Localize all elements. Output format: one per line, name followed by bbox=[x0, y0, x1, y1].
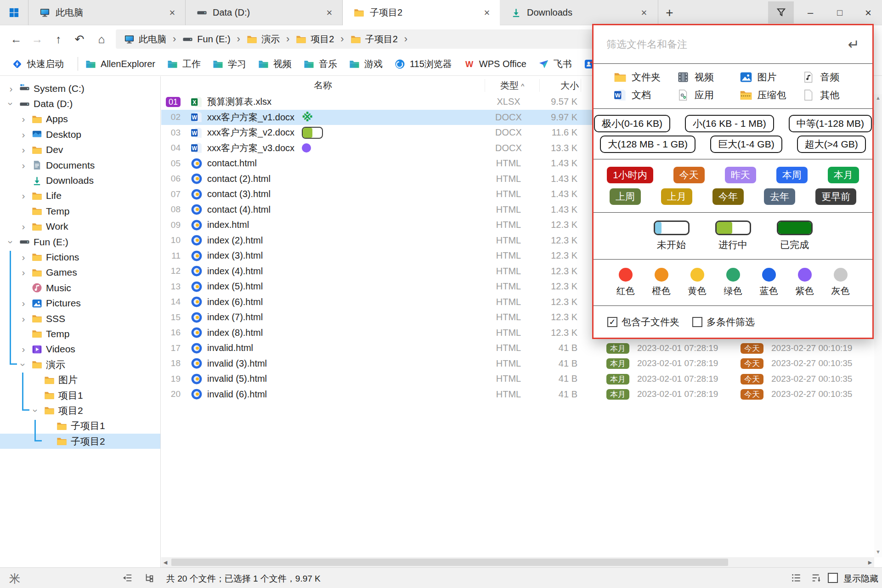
chevron-down-icon[interactable] bbox=[6, 99, 17, 108]
launch-115-browser[interactable]: 115浏览器 bbox=[395, 58, 452, 70]
vertical-scrollbar[interactable] bbox=[874, 94, 882, 557]
maximize-button[interactable] bbox=[827, 0, 853, 25]
color-filter-blue[interactable]: 蓝色 bbox=[760, 268, 778, 297]
tree-item-temp[interactable]: Temp bbox=[0, 204, 160, 219]
tab-close-icon[interactable] bbox=[481, 7, 492, 19]
chevron-right-icon[interactable] bbox=[19, 129, 28, 140]
undo-button[interactable] bbox=[70, 26, 89, 52]
scroll-down-icon[interactable] bbox=[874, 549, 882, 556]
tree-item-temp2[interactable]: Temp bbox=[0, 326, 160, 341]
chevron-right-icon[interactable] bbox=[6, 83, 16, 94]
file-row[interactable]: 17invalid.htmlHTML41 B本月2023-02-01 07:28… bbox=[161, 340, 882, 356]
tree-item-games[interactable]: Games bbox=[0, 265, 160, 280]
tree-item-yanshi[interactable]: 演示 bbox=[0, 357, 160, 372]
filter-toggle-button[interactable] bbox=[768, 1, 794, 23]
size-filter-giant[interactable]: 超大(>4 GB) bbox=[797, 136, 866, 153]
forward-button[interactable] bbox=[28, 26, 47, 52]
time-filter-today[interactable]: 今天 bbox=[673, 167, 705, 183]
chevron-down-icon[interactable] bbox=[18, 360, 29, 369]
tree-item-music[interactable]: Music bbox=[0, 280, 160, 295]
breadcrumb-item[interactable]: 项目2 bbox=[294, 33, 336, 45]
tab-close-icon[interactable] bbox=[639, 7, 650, 19]
chevron-right-icon[interactable] bbox=[19, 267, 28, 278]
tab-data-d[interactable]: Data (D:) bbox=[186, 0, 343, 25]
time-filter-last-month[interactable]: 上月 bbox=[661, 188, 692, 205]
tree-item-fictions[interactable]: Fictions bbox=[0, 249, 160, 265]
filter-type-document[interactable]: 文档 bbox=[607, 89, 670, 102]
time-filter-last-year[interactable]: 去年 bbox=[764, 188, 795, 205]
launch-games[interactable]: 游戏 bbox=[349, 58, 383, 70]
size-filter-small[interactable]: 小(16 KB - 1 MB) bbox=[685, 115, 774, 132]
color-filter-green[interactable]: 绿色 bbox=[724, 268, 742, 297]
tree-view-icon[interactable] bbox=[144, 573, 154, 583]
chevron-right-icon[interactable] bbox=[19, 252, 28, 263]
size-filter-huge[interactable]: 巨大(1-4 GB) bbox=[710, 136, 782, 153]
filter-type-image[interactable]: 图片 bbox=[733, 71, 796, 84]
new-tab-button[interactable] bbox=[658, 0, 681, 25]
tree-item-project1[interactable]: 项目1 bbox=[0, 388, 160, 403]
status-filter-completed[interactable]: 已完成 bbox=[777, 220, 813, 251]
back-button[interactable] bbox=[6, 26, 26, 52]
scroll-left-icon[interactable] bbox=[161, 557, 170, 567]
status-filter-in-progress[interactable]: 进行中 bbox=[715, 220, 751, 251]
breadcrumb-item[interactable]: 演示 bbox=[245, 33, 282, 45]
file-row[interactable]: 20invalid (6).htmlHTML41 B本月2023-02-01 0… bbox=[161, 387, 882, 402]
filter-search-input[interactable] bbox=[606, 39, 842, 51]
size-filter-medium[interactable]: 中等(1-128 MB) bbox=[789, 115, 872, 132]
launch-video[interactable]: 视频 bbox=[258, 58, 292, 70]
tree-item-videos[interactable]: Videos bbox=[0, 342, 160, 357]
time-filter-this-week[interactable]: 本周 bbox=[776, 167, 808, 183]
tree-item-downloads[interactable]: Downloads bbox=[0, 173, 160, 188]
quick-launch-button[interactable]: 快速启动 bbox=[12, 58, 64, 70]
chevron-right-icon[interactable] bbox=[19, 298, 28, 309]
tree-item-apps[interactable]: Apps bbox=[0, 112, 160, 127]
close-button[interactable] bbox=[855, 0, 881, 25]
color-filter-purple[interactable]: 紫色 bbox=[796, 268, 814, 297]
column-header-size[interactable]: 大小 bbox=[540, 79, 581, 92]
chevron-right-icon[interactable] bbox=[19, 144, 28, 155]
tab-subproject2-active[interactable]: 子项目2 bbox=[343, 0, 500, 25]
list-view-icon[interactable] bbox=[791, 573, 801, 583]
tab-this-pc[interactable]: 此电脑 bbox=[28, 0, 186, 25]
up-button[interactable] bbox=[49, 26, 68, 52]
filter-type-folder[interactable]: 文件夹 bbox=[607, 71, 670, 84]
include-subfolders-checkbox[interactable] bbox=[607, 317, 617, 327]
tab-close-icon[interactable] bbox=[167, 7, 178, 19]
include-subfolders-option[interactable]: 包含子文件夹 bbox=[607, 316, 679, 328]
chevron-right-icon[interactable] bbox=[19, 113, 28, 124]
chevron-right-icon[interactable] bbox=[19, 313, 28, 324]
color-filter-red[interactable]: 红色 bbox=[616, 268, 635, 297]
color-filter-yellow[interactable]: 黄色 bbox=[688, 268, 707, 297]
tree-item-life[interactable]: Life bbox=[0, 188, 160, 204]
size-filter-tiny[interactable]: 极小(0-16 KB) bbox=[594, 115, 670, 132]
time-filter-earlier[interactable]: 更早前 bbox=[815, 188, 856, 205]
launch-music[interactable]: 音乐 bbox=[304, 58, 337, 70]
color-filter-gray[interactable]: 灰色 bbox=[831, 268, 850, 297]
color-filter-orange[interactable]: 橙色 bbox=[652, 268, 671, 297]
tree-item-system-c[interactable]: System (C:) bbox=[0, 81, 160, 96]
filter-type-app[interactable]: 应用 bbox=[670, 89, 733, 102]
tab-downloads[interactable]: Downloads bbox=[500, 0, 657, 25]
scrollbar-thumb[interactable] bbox=[171, 559, 728, 566]
horizontal-scrollbar[interactable] bbox=[161, 557, 874, 567]
chevron-right-icon[interactable] bbox=[19, 190, 28, 201]
tree-item-subproject2-selected[interactable]: 子项目2 bbox=[0, 434, 160, 449]
column-header-type[interactable]: 类型 ^ bbox=[485, 79, 540, 92]
tree-item-fun-e[interactable]: Fun (E:) bbox=[0, 234, 160, 249]
collapse-panel-icon[interactable] bbox=[122, 573, 132, 583]
breadcrumb-item[interactable]: Fun (E:) bbox=[181, 34, 232, 45]
windows-logo-button[interactable] bbox=[0, 0, 28, 25]
launch-feishu[interactable]: 飞书 bbox=[538, 58, 572, 70]
breadcrumb-item[interactable]: 子项目2 bbox=[349, 33, 400, 45]
filter-type-audio[interactable]: 音频 bbox=[796, 71, 859, 84]
tree-item-dev[interactable]: Dev bbox=[0, 142, 160, 158]
column-header-name[interactable]: 名称 bbox=[161, 79, 485, 91]
tree-item-documents[interactable]: Documents bbox=[0, 158, 160, 173]
show-hidden-checkbox[interactable] bbox=[828, 573, 838, 583]
time-filter-yesterday[interactable]: 昨天 bbox=[725, 167, 756, 183]
launch-allenexplorer[interactable]: AllenExplorer bbox=[85, 59, 155, 69]
tab-close-icon[interactable] bbox=[324, 7, 335, 19]
scroll-up-icon[interactable] bbox=[874, 95, 882, 102]
time-filter-this-month[interactable]: 本月 bbox=[828, 167, 859, 183]
size-filter-large[interactable]: 大(128 MB - 1 GB) bbox=[600, 136, 695, 153]
